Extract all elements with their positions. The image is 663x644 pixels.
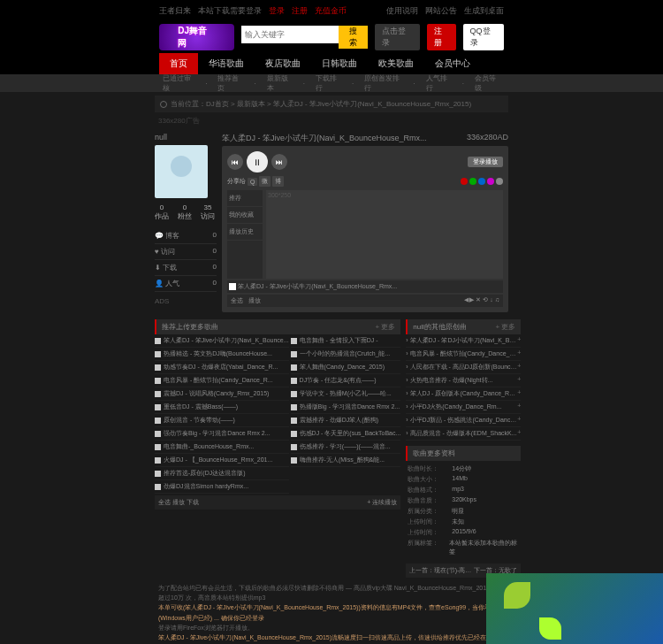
checkbox-icon[interactable]	[291, 418, 297, 424]
checkbox-icon[interactable]	[291, 444, 297, 450]
song-item[interactable]: 嗨曲推荐-无人(Miss_酷狗&能...	[291, 454, 401, 467]
player-login[interactable]: 登录播放	[468, 157, 503, 167]
song-item[interactable]: 强劲节奏Big - 学习混音Dance Rmx 2...	[155, 427, 289, 441]
tab-favorites[interactable]: 我的收藏	[227, 207, 263, 224]
checkbox-icon[interactable]	[291, 378, 297, 384]
nav-home[interactable]: 首页	[159, 53, 198, 74]
share-icon[interactable]: 博	[272, 176, 284, 187]
side-song-item[interactable]: › 火热电音推荐 - 劲爆(Night转...+	[406, 374, 521, 387]
song-item[interactable]: 震撼DJ - 说唱风格(Candy_Rmx_2015)	[155, 387, 289, 401]
song-item[interactable]: 热播精选 - 英文热DJ嗨(BounceHouse...	[155, 348, 289, 361]
add-icon[interactable]: +	[517, 376, 521, 385]
checkbox-icon[interactable]	[291, 404, 297, 410]
subnav-item[interactable]: 会员等级	[471, 73, 504, 93]
checkbox-icon[interactable]	[155, 431, 161, 437]
subnav-item[interactable]: 已通过审核	[159, 73, 198, 93]
checkbox-icon[interactable]	[291, 364, 297, 371]
tab-history[interactable]: 播放历史	[227, 224, 263, 241]
add-icon[interactable]: +	[517, 389, 521, 398]
prev-song[interactable]: 上一首：现在(节)-高品质版本	[409, 566, 471, 575]
checkbox-icon[interactable]	[155, 351, 161, 357]
qq-login-button[interactable]: QQ登录	[463, 24, 504, 50]
checkbox-icon[interactable]	[155, 404, 161, 410]
prev-button[interactable]: ⏮	[227, 154, 243, 170]
song-item[interactable]: 推荐首选-原创(DJ达达混音版)	[155, 467, 289, 480]
checkbox-icon[interactable]	[155, 444, 161, 450]
search-button[interactable]: 搜 索	[339, 26, 368, 49]
subnav-item[interactable]: 原创首发排行	[361, 73, 406, 93]
song-item[interactable]: 电音风暴 - 酷炫节拍(Candy_Dance_R...	[155, 374, 289, 387]
add-icon[interactable]: +	[517, 416, 521, 425]
song-item[interactable]: 火爆DJ - 【_BounceHouse_Rmx_201...	[155, 454, 289, 467]
avatar[interactable]	[155, 145, 208, 198]
checkbox-icon[interactable]	[155, 484, 161, 490]
color-dot-icon[interactable]	[461, 178, 468, 185]
topbar-link[interactable]: 网站公告	[425, 5, 457, 17]
side-song-item[interactable]: › 电音风暴 - 酷炫节拍(Candy_Dance_Rmx...+	[406, 348, 521, 361]
topbar-register[interactable]: 注册	[292, 5, 308, 17]
song-item[interactable]: 动感节奏DJ - 劲爆夜店(Yabai_Dance_R...	[155, 361, 289, 374]
song-item[interactable]: 笨人舞曲(Candy_Dance_2015)	[291, 361, 401, 374]
search-input[interactable]	[241, 26, 339, 43]
song-item[interactable]: 一个小时的热播混音(Crutch_能...	[291, 348, 401, 361]
play-button[interactable]: ⏸	[247, 151, 268, 172]
checkbox-icon[interactable]	[155, 378, 161, 384]
side-song-item[interactable]: › 高品质混音 - 劲爆版本(EDM_ShackK...+	[406, 427, 521, 441]
checkbox-icon[interactable]	[155, 338, 161, 344]
song-item[interactable]: 震撼推荐 - 劲爆DJ笨人(酷狗)	[291, 414, 401, 427]
continuous-play[interactable]: + 连续播放	[367, 498, 397, 507]
checkbox-icon[interactable]	[155, 364, 161, 371]
nav-item[interactable]: 日韩歌曲	[311, 53, 368, 74]
color-dot-icon[interactable]	[496, 178, 503, 185]
add-icon[interactable]: +	[517, 336, 521, 345]
register-button[interactable]: 注册	[427, 24, 456, 50]
subnav-item[interactable]: 推荐首页	[214, 73, 247, 93]
nav-item[interactable]: 会员中心	[424, 53, 481, 74]
checkbox-icon[interactable]	[155, 471, 161, 477]
checkbox-icon[interactable]	[155, 391, 161, 397]
topbar-login[interactable]: 登录	[269, 5, 285, 17]
color-dot-icon[interactable]	[487, 178, 494, 185]
topbar-recharge[interactable]: 充值金币	[315, 5, 347, 17]
checkbox-icon[interactable]	[291, 338, 297, 344]
checkbox-icon[interactable]	[291, 431, 297, 437]
more-link[interactable]: + 更多	[375, 322, 395, 332]
select-all[interactable]: 全选	[231, 296, 243, 305]
song-item[interactable]: 重低音DJ - 震撼Bass(——)	[155, 401, 289, 414]
side-song-item[interactable]: › 笨人DJ - 原创版本(Candy_Dance_Rm...+	[406, 387, 521, 401]
song-item[interactable]: DJ节奏 - 任志龙&(有点——)	[291, 374, 401, 387]
share-icon[interactable]: 微	[259, 176, 271, 187]
color-dot-icon[interactable]	[478, 178, 485, 185]
song-item[interactable]: 笨人柔DJ - 笨Jive小试牛刀(Navi_K_Bounce...	[155, 334, 289, 348]
more-link[interactable]: + 更多	[495, 322, 515, 332]
next-button[interactable]: ⏭	[271, 154, 287, 170]
song-item[interactable]: 原创混音 - 节奏带动(——)	[155, 414, 289, 427]
corner-ad-image[interactable]	[486, 573, 663, 644]
side-song-item[interactable]: › 笨人柔DJ - 笨DJ小试牛刀(Navi_K_Bounc...+	[406, 334, 521, 348]
subnav-item[interactable]: 人气排行	[423, 73, 455, 93]
color-dot-icon[interactable]	[469, 178, 476, 185]
song-item[interactable]: 伤感DJ - 冬天里的(sus_BackToBac...	[291, 427, 401, 441]
track-row[interactable]: 笨人柔DJ - 笨Jive小试牛刀(Navi_K_BounceHouse_Rmx…	[227, 280, 503, 293]
nav-item[interactable]: 华语歌曲	[198, 53, 255, 74]
song-item[interactable]: 伤感推荐 - 学习(——)(——混音...	[291, 441, 401, 454]
grid-actions[interactable]: 全选 播放 下载	[158, 498, 199, 507]
add-icon[interactable]: +	[517, 349, 521, 358]
checkbox-icon[interactable]	[291, 351, 297, 357]
topbar-link[interactable]: 生成到桌面	[464, 5, 504, 17]
add-icon[interactable]: +	[517, 429, 521, 438]
add-icon[interactable]: +	[517, 402, 521, 411]
checkbox-icon[interactable]	[291, 391, 297, 397]
subnav-item[interactable]: 最新版本	[263, 73, 296, 93]
song-item[interactable]: 电音舞曲 - 全情投入下面DJ -	[291, 334, 401, 348]
song-item[interactable]: 热播版Big - 学习混音Dance Rmx 2...	[291, 401, 401, 414]
add-icon[interactable]: +	[517, 363, 521, 372]
login-button[interactable]: 点击登录	[375, 24, 419, 50]
checkbox-icon[interactable]	[291, 457, 297, 464]
play-selected[interactable]: 播放	[248, 296, 261, 305]
side-song-item[interactable]: › 小平DJ火热(Candy_Dance_Rm...+	[406, 401, 521, 414]
song-item[interactable]: 学说中文 - 热播M(小乙礼——哈...	[291, 387, 401, 401]
checkbox-icon[interactable]	[229, 283, 236, 290]
checkbox-icon[interactable]	[155, 457, 161, 464]
song-item[interactable]: 电音舞曲-_BounceHouse_Rmx...	[155, 441, 289, 454]
